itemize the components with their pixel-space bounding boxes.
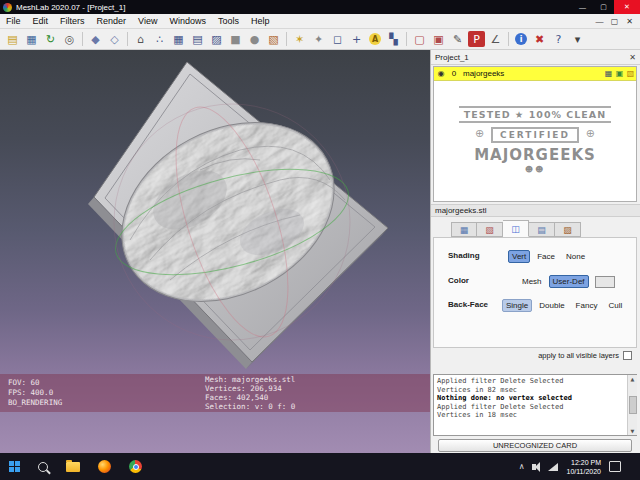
annotation-icon[interactable]: A bbox=[369, 33, 381, 45]
shading-option-vert[interactable]: Vert bbox=[508, 250, 530, 263]
toolbar-separator bbox=[406, 32, 407, 46]
z-painting-icon[interactable]: P bbox=[468, 31, 485, 47]
child-minimize-button[interactable]: — bbox=[592, 17, 607, 26]
meshlab-window: MeshLab 2020.07 - [Project_1] — ▢ ✕ File… bbox=[0, 0, 640, 480]
layer-name: majorgeeks bbox=[460, 69, 603, 78]
right-panel: Project_1 ✕ ◉ 0 majorgeeks ▦ ▣ ▧ TESTED … bbox=[430, 50, 640, 453]
shading-option-none[interactable]: None bbox=[562, 251, 589, 262]
layer-wireframe-icon[interactable]: ▦ bbox=[603, 69, 614, 78]
scroll-thumb[interactable] bbox=[629, 396, 637, 414]
tab-shading-icon[interactable]: ◫ bbox=[503, 220, 529, 237]
backface-option-double[interactable]: Double bbox=[535, 300, 568, 311]
shadow-icon[interactable]: ▚ bbox=[385, 31, 402, 47]
chrome-icon[interactable] bbox=[129, 460, 142, 473]
info-icon[interactable]: i bbox=[515, 33, 527, 45]
axes-icon[interactable]: + bbox=[348, 31, 365, 47]
hud-line: FOV: 60 bbox=[8, 378, 62, 388]
backface-option-fancy[interactable]: Fancy bbox=[572, 300, 602, 311]
log-output[interactable]: Applied filter Delete SelectedVertices i… bbox=[433, 374, 637, 436]
taskbar-clock[interactable]: 12:20 PM 10/11/2020 bbox=[566, 458, 601, 476]
scroll-up-icon[interactable]: ▲ bbox=[631, 376, 635, 382]
backface-option-single[interactable]: Single bbox=[502, 299, 532, 312]
fancy-light-icon[interactable]: ✦ bbox=[310, 31, 327, 47]
home-view-icon[interactable]: ⌂ bbox=[132, 31, 149, 47]
hud-left: FOV: 60FPS: 400.0BO_RENDERING bbox=[8, 378, 62, 408]
snapshot-icon[interactable]: ◎ bbox=[61, 31, 78, 47]
tab-misc-icon[interactable]: ▨ bbox=[555, 222, 581, 237]
hud-center: Mesh: majorgeeks.stlVertices: 206,934Fac… bbox=[205, 375, 295, 411]
log-line: Applied filter Delete Selected bbox=[437, 403, 623, 412]
minimize-button[interactable]: — bbox=[572, 0, 593, 14]
wireframe-mode-icon[interactable]: ▦ bbox=[170, 31, 187, 47]
maximize-button[interactable]: ▢ bbox=[593, 0, 614, 14]
smooth-mode-icon[interactable]: ● bbox=[246, 31, 263, 47]
flat-lines-mode-icon[interactable]: ▨ bbox=[208, 31, 225, 47]
open-project-icon[interactable]: ▤ bbox=[4, 31, 21, 47]
flat-mode-icon[interactable]: ■ bbox=[227, 31, 244, 47]
dialog-tabs: ▦▧◫▤▨ bbox=[451, 222, 581, 237]
project-close-icon[interactable]: ✕ bbox=[629, 53, 636, 62]
close-button[interactable]: ✕ bbox=[614, 0, 640, 14]
color-option-mesh[interactable]: Mesh bbox=[518, 276, 546, 287]
menu-item-view[interactable]: View bbox=[132, 16, 163, 26]
menu-item-tools[interactable]: Tools bbox=[212, 16, 245, 26]
menu-item-windows[interactable]: Windows bbox=[163, 16, 212, 26]
color-option-user-def[interactable]: User-Def bbox=[549, 275, 589, 288]
layer-list: ◉ 0 majorgeeks ▦ ▣ ▧ bbox=[433, 66, 637, 202]
measure-icon[interactable]: ∠ bbox=[487, 31, 504, 47]
backface-option-cull[interactable]: Cull bbox=[604, 300, 626, 311]
user-color-swatch[interactable] bbox=[595, 276, 615, 288]
child-restore-button[interactable]: ▢ bbox=[607, 17, 622, 26]
tab-color-icon[interactable]: ▧ bbox=[477, 222, 503, 237]
menu-item-edit[interactable]: Edit bbox=[27, 16, 55, 26]
more-tools-icon[interactable]: ▾ bbox=[569, 31, 586, 47]
network-icon[interactable] bbox=[548, 463, 558, 471]
clock-time: 12:20 PM bbox=[566, 458, 601, 467]
light-toggle-icon[interactable]: ✶ bbox=[291, 31, 308, 47]
texture-mode-icon[interactable]: ▧ bbox=[265, 31, 282, 47]
log-line: Nothing done: no vertex selected bbox=[437, 394, 623, 403]
apply-all-layers-checkbox[interactable] bbox=[623, 351, 632, 360]
tab-render-icon[interactable]: ▦ bbox=[451, 222, 477, 237]
layer-color-icon[interactable]: ▣ bbox=[614, 69, 625, 78]
hidden-lines-mode-icon[interactable]: ▤ bbox=[189, 31, 206, 47]
system-tray: ∧ 12:20 PM 10/11/2020 bbox=[519, 458, 640, 476]
start-icon[interactable] bbox=[9, 461, 20, 472]
points-mode-icon[interactable]: ∴ bbox=[151, 31, 168, 47]
log-line: Vertices in 18 msec bbox=[437, 411, 623, 420]
volume-icon[interactable] bbox=[532, 464, 536, 470]
menu-item-render[interactable]: Render bbox=[91, 16, 133, 26]
hud-line: FPS: 400.0 bbox=[8, 388, 62, 398]
select-vertex-icon[interactable]: ▢ bbox=[411, 31, 428, 47]
layer-texture-icon[interactable]: ▧ bbox=[625, 69, 636, 78]
menu-item-filters[interactable]: Filters bbox=[54, 16, 91, 26]
pick-points-icon[interactable]: ✎ bbox=[449, 31, 466, 47]
scroll-down-icon[interactable]: ▼ bbox=[631, 428, 635, 434]
layer-visibility-eye-icon[interactable]: ◉ bbox=[434, 69, 448, 78]
file-explorer-icon[interactable] bbox=[66, 462, 80, 472]
select-face-icon[interactable]: ▣ bbox=[430, 31, 447, 47]
menu-item-file[interactable]: File bbox=[0, 16, 27, 26]
shading-option-face[interactable]: Face bbox=[533, 251, 559, 262]
window-title: MeshLab 2020.07 - [Project_1] bbox=[16, 3, 125, 12]
import-mesh-icon[interactable]: ◆ bbox=[87, 31, 104, 47]
child-close-button[interactable]: ✕ bbox=[622, 17, 637, 26]
toolbar-separator bbox=[508, 32, 509, 46]
save-project-icon[interactable]: ▦ bbox=[23, 31, 40, 47]
menu-item-help[interactable]: Help bbox=[245, 16, 276, 26]
toolbar-separator bbox=[82, 32, 83, 46]
reload-icon[interactable]: ↻ bbox=[42, 31, 59, 47]
delete-mesh-icon[interactable]: ✖ bbox=[531, 31, 548, 47]
tab-texture-icon[interactable]: ▤ bbox=[529, 222, 555, 237]
gpu-card-button[interactable]: UNRECOGNIZED CARD bbox=[438, 439, 632, 452]
layer-row[interactable]: ◉ 0 majorgeeks ▦ ▣ ▧ bbox=[434, 67, 636, 81]
log-scrollbar[interactable]: ▲ ▼ bbox=[627, 375, 637, 435]
mesh-viewport[interactable]: FOV: 60FPS: 400.0BO_RENDERING Mesh: majo… bbox=[0, 50, 430, 453]
bbox-icon[interactable]: ◻ bbox=[329, 31, 346, 47]
tray-expand-icon[interactable]: ∧ bbox=[519, 462, 525, 471]
firefox-icon[interactable] bbox=[98, 460, 111, 473]
action-center-icon[interactable] bbox=[609, 461, 621, 472]
search-icon[interactable] bbox=[38, 462, 48, 472]
export-mesh-icon[interactable]: ◇ bbox=[106, 31, 123, 47]
help-icon[interactable]: ? bbox=[550, 31, 567, 47]
